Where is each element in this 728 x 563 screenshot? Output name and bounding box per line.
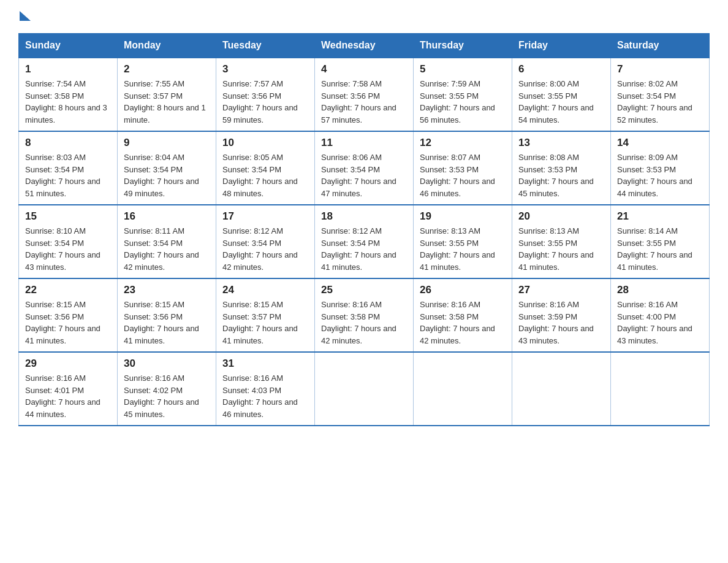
calendar-header-wednesday: Wednesday xyxy=(315,34,414,58)
logo xyxy=(18,12,31,22)
day-number: 16 xyxy=(124,210,210,223)
day-number: 23 xyxy=(124,284,210,296)
calendar-cell: 23 Sunrise: 8:15 AM Sunset: 3:56 PM Dayl… xyxy=(118,278,216,352)
calendar-cell: 4 Sunrise: 7:58 AM Sunset: 3:56 PM Dayli… xyxy=(315,58,414,131)
day-number: 24 xyxy=(222,284,308,296)
calendar-cell: 11 Sunrise: 8:06 AM Sunset: 3:54 PM Dayl… xyxy=(315,131,414,205)
day-number: 29 xyxy=(25,358,111,370)
calendar-cell: 28 Sunrise: 8:16 AM Sunset: 4:00 PM Dayl… xyxy=(611,278,710,352)
day-number: 28 xyxy=(617,284,703,296)
day-number: 10 xyxy=(222,137,308,149)
day-info: Sunrise: 8:13 AM Sunset: 3:55 PM Dayligh… xyxy=(420,225,506,273)
day-info: Sunrise: 8:16 AM Sunset: 4:01 PM Dayligh… xyxy=(25,372,111,420)
calendar-cell: 16 Sunrise: 8:11 AM Sunset: 3:54 PM Dayl… xyxy=(118,205,216,278)
calendar-cell: 1 Sunrise: 7:54 AM Sunset: 3:58 PM Dayli… xyxy=(19,58,118,131)
day-info: Sunrise: 8:11 AM Sunset: 3:54 PM Dayligh… xyxy=(124,225,210,273)
day-number: 19 xyxy=(420,210,506,223)
calendar-cell: 29 Sunrise: 8:16 AM Sunset: 4:01 PM Dayl… xyxy=(19,352,118,426)
day-number: 25 xyxy=(321,284,407,296)
calendar-cell xyxy=(315,352,414,426)
day-info: Sunrise: 8:16 AM Sunset: 4:03 PM Dayligh… xyxy=(222,372,308,420)
calendar-cell: 27 Sunrise: 8:16 AM Sunset: 3:59 PM Dayl… xyxy=(512,278,611,352)
day-number: 8 xyxy=(25,137,111,149)
calendar-cell: 18 Sunrise: 8:12 AM Sunset: 3:54 PM Dayl… xyxy=(315,205,414,278)
calendar-cell: 17 Sunrise: 8:12 AM Sunset: 3:54 PM Dayl… xyxy=(216,205,315,278)
day-info: Sunrise: 8:07 AM Sunset: 3:53 PM Dayligh… xyxy=(420,151,506,199)
day-number: 3 xyxy=(222,63,308,75)
calendar-cell: 2 Sunrise: 7:55 AM Sunset: 3:57 PM Dayli… xyxy=(118,58,216,131)
day-number: 20 xyxy=(518,210,604,223)
day-number: 12 xyxy=(420,137,506,149)
calendar-cell: 7 Sunrise: 8:02 AM Sunset: 3:54 PM Dayli… xyxy=(611,58,710,131)
calendar-cell: 6 Sunrise: 8:00 AM Sunset: 3:55 PM Dayli… xyxy=(512,58,611,131)
calendar-cell: 22 Sunrise: 8:15 AM Sunset: 3:56 PM Dayl… xyxy=(19,278,118,352)
calendar-header-friday: Friday xyxy=(512,34,611,58)
day-info: Sunrise: 8:15 AM Sunset: 3:56 PM Dayligh… xyxy=(124,299,210,347)
day-info: Sunrise: 8:15 AM Sunset: 3:56 PM Dayligh… xyxy=(25,299,111,347)
day-number: 31 xyxy=(222,358,308,370)
calendar-cell: 12 Sunrise: 8:07 AM Sunset: 3:53 PM Dayl… xyxy=(414,131,512,205)
day-number: 21 xyxy=(617,210,703,223)
day-info: Sunrise: 7:58 AM Sunset: 3:56 PM Dayligh… xyxy=(321,78,407,126)
day-number: 14 xyxy=(617,137,703,149)
calendar-cell xyxy=(611,352,710,426)
day-info: Sunrise: 8:08 AM Sunset: 3:53 PM Dayligh… xyxy=(518,151,604,199)
day-number: 7 xyxy=(617,63,703,75)
calendar-cell: 13 Sunrise: 8:08 AM Sunset: 3:53 PM Dayl… xyxy=(512,131,611,205)
calendar-header-monday: Monday xyxy=(118,34,216,58)
calendar-cell: 8 Sunrise: 8:03 AM Sunset: 3:54 PM Dayli… xyxy=(19,131,118,205)
calendar-cell: 19 Sunrise: 8:13 AM Sunset: 3:55 PM Dayl… xyxy=(414,205,512,278)
calendar-cell: 14 Sunrise: 8:09 AM Sunset: 3:53 PM Dayl… xyxy=(611,131,710,205)
calendar-header-sunday: Sunday xyxy=(19,34,118,58)
day-number: 4 xyxy=(321,63,407,75)
calendar-cell: 9 Sunrise: 8:04 AM Sunset: 3:54 PM Dayli… xyxy=(118,131,216,205)
day-info: Sunrise: 8:06 AM Sunset: 3:54 PM Dayligh… xyxy=(321,151,407,199)
day-number: 13 xyxy=(518,137,604,149)
calendar-week-4: 22 Sunrise: 8:15 AM Sunset: 3:56 PM Dayl… xyxy=(19,278,710,352)
day-info: Sunrise: 8:02 AM Sunset: 3:54 PM Dayligh… xyxy=(617,78,703,126)
day-info: Sunrise: 8:09 AM Sunset: 3:53 PM Dayligh… xyxy=(617,151,703,199)
day-info: Sunrise: 8:10 AM Sunset: 3:54 PM Dayligh… xyxy=(25,225,111,273)
day-number: 30 xyxy=(124,358,210,370)
day-info: Sunrise: 7:57 AM Sunset: 3:56 PM Dayligh… xyxy=(222,78,308,126)
calendar-cell: 24 Sunrise: 8:15 AM Sunset: 3:57 PM Dayl… xyxy=(216,278,315,352)
day-number: 27 xyxy=(518,284,604,296)
day-number: 17 xyxy=(222,210,308,223)
calendar-cell xyxy=(512,352,611,426)
day-number: 22 xyxy=(25,284,111,296)
day-info: Sunrise: 8:05 AM Sunset: 3:54 PM Dayligh… xyxy=(222,151,308,199)
day-info: Sunrise: 8:16 AM Sunset: 3:59 PM Dayligh… xyxy=(518,299,604,347)
calendar-header-tuesday: Tuesday xyxy=(216,34,315,58)
day-number: 6 xyxy=(518,63,604,75)
calendar-header-saturday: Saturday xyxy=(611,34,710,58)
calendar-cell: 21 Sunrise: 8:14 AM Sunset: 3:55 PM Dayl… xyxy=(611,205,710,278)
calendar-header-thursday: Thursday xyxy=(414,34,512,58)
logo-arrow-icon xyxy=(20,11,31,21)
day-info: Sunrise: 8:16 AM Sunset: 4:00 PM Dayligh… xyxy=(617,299,703,347)
day-info: Sunrise: 7:54 AM Sunset: 3:58 PM Dayligh… xyxy=(25,78,111,126)
day-info: Sunrise: 8:12 AM Sunset: 3:54 PM Dayligh… xyxy=(321,225,407,273)
day-info: Sunrise: 8:16 AM Sunset: 3:58 PM Dayligh… xyxy=(321,299,407,347)
day-number: 9 xyxy=(124,137,210,149)
calendar-cell xyxy=(414,352,512,426)
day-number: 15 xyxy=(25,210,111,223)
day-info: Sunrise: 8:14 AM Sunset: 3:55 PM Dayligh… xyxy=(617,225,703,273)
day-info: Sunrise: 7:55 AM Sunset: 3:57 PM Dayligh… xyxy=(124,78,210,126)
calendar-cell: 15 Sunrise: 8:10 AM Sunset: 3:54 PM Dayl… xyxy=(19,205,118,278)
day-info: Sunrise: 8:16 AM Sunset: 4:02 PM Dayligh… xyxy=(124,372,210,420)
day-info: Sunrise: 8:00 AM Sunset: 3:55 PM Dayligh… xyxy=(518,78,604,126)
day-number: 1 xyxy=(25,63,111,75)
calendar-cell: 3 Sunrise: 7:57 AM Sunset: 3:56 PM Dayli… xyxy=(216,58,315,131)
calendar-week-5: 29 Sunrise: 8:16 AM Sunset: 4:01 PM Dayl… xyxy=(19,352,710,426)
calendar-week-3: 15 Sunrise: 8:10 AM Sunset: 3:54 PM Dayl… xyxy=(19,205,710,278)
calendar-cell: 25 Sunrise: 8:16 AM Sunset: 3:58 PM Dayl… xyxy=(315,278,414,352)
calendar-table: SundayMondayTuesdayWednesdayThursdayFrid… xyxy=(18,33,710,426)
day-info: Sunrise: 8:12 AM Sunset: 3:54 PM Dayligh… xyxy=(222,225,308,273)
day-info: Sunrise: 8:15 AM Sunset: 3:57 PM Dayligh… xyxy=(222,299,308,347)
calendar-week-2: 8 Sunrise: 8:03 AM Sunset: 3:54 PM Dayli… xyxy=(19,131,710,205)
calendar-cell: 31 Sunrise: 8:16 AM Sunset: 4:03 PM Dayl… xyxy=(216,352,315,426)
calendar-cell: 30 Sunrise: 8:16 AM Sunset: 4:02 PM Dayl… xyxy=(118,352,216,426)
header xyxy=(18,12,710,22)
day-number: 26 xyxy=(420,284,506,296)
day-number: 18 xyxy=(321,210,407,223)
